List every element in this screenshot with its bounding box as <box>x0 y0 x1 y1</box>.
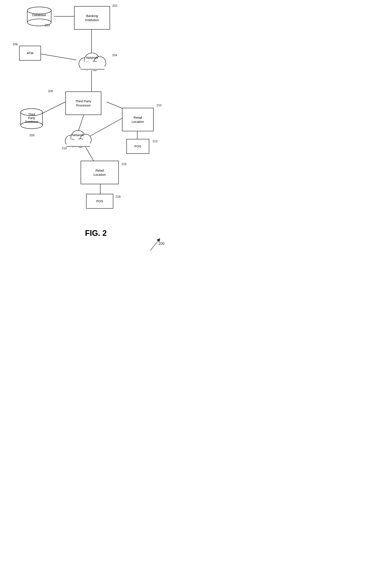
connectors-svg <box>0 0 194 294</box>
banking-label: BankingInstitution <box>85 14 99 22</box>
diagram-container: Database BankingInstitution 202 203 ATM … <box>0 0 194 294</box>
pos2-label: POS <box>96 199 103 203</box>
label-210: 210 <box>156 104 161 107</box>
label-208: 208 <box>48 89 53 93</box>
label-202: 202 <box>112 4 117 7</box>
label-203: 203 <box>45 23 50 27</box>
retail-location2-label: RetailLocation <box>93 168 106 177</box>
svg-line-2 <box>41 54 76 60</box>
third-party-database-node: ThirdPartyDatabase <box>18 108 46 132</box>
label-216: 216 <box>121 162 126 166</box>
network1-node: Network <box>74 50 110 71</box>
database-node: Database <box>24 6 54 27</box>
pos1-label: POS <box>134 144 141 148</box>
third-party-processor-label: Third PartyProcessor <box>75 99 91 107</box>
svg-line-7 <box>85 146 94 161</box>
retail-location1-node: RetailLocation <box>122 108 154 131</box>
third-party-database-label: ThirdPartyDatabase <box>18 113 46 124</box>
network2-node: Network <box>61 127 95 148</box>
retail-location1-label: RetailLocation <box>132 115 144 124</box>
retail-location2-node: RetailLocation <box>81 161 119 184</box>
svg-line-11 <box>150 240 159 251</box>
label-218: 218 <box>115 195 121 198</box>
banking-node: BankingInstitution <box>74 6 110 30</box>
label-214: 214 <box>62 146 67 150</box>
network1-label: Network <box>74 56 110 60</box>
label-212: 212 <box>152 139 158 143</box>
label-209: 209 <box>29 133 34 137</box>
network2-label: Network <box>61 133 95 137</box>
svg-line-4 <box>43 102 65 113</box>
figure-label: FIG. 2 <box>65 229 126 238</box>
svg-rect-36 <box>66 139 90 147</box>
label-204: 204 <box>112 53 117 57</box>
third-party-processor-node: Third PartyProcessor <box>65 91 101 115</box>
atm-node: ATM <box>19 46 41 61</box>
pos2-node: POS <box>86 194 113 209</box>
pos1-node: POS <box>126 139 149 154</box>
label-200: 200 <box>159 242 165 246</box>
atm-label: ATM <box>27 51 34 55</box>
label-206: 206 <box>13 42 18 46</box>
database-label: Database <box>24 13 54 17</box>
